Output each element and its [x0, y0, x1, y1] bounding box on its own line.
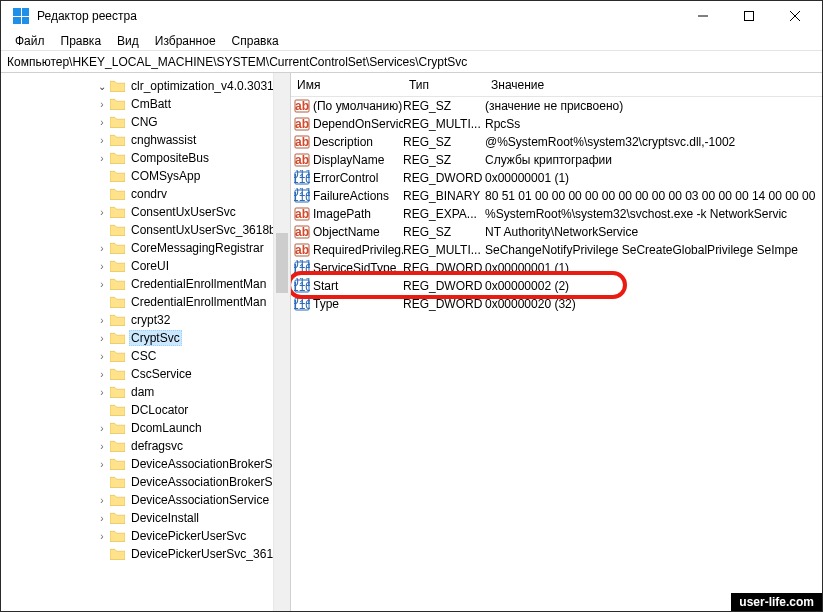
value-row[interactable]: abDisplayNameREG_SZСлужбы криптографии: [291, 151, 822, 169]
chevron-right-icon[interactable]: ›: [95, 261, 109, 272]
value-type: REG_BINARY: [403, 189, 485, 203]
chevron-right-icon[interactable]: ›: [95, 369, 109, 380]
maximize-button[interactable]: [726, 1, 772, 31]
chevron-right-icon[interactable]: ›: [95, 315, 109, 326]
app-icon: [13, 8, 29, 24]
chevron-right-icon[interactable]: ›: [95, 351, 109, 362]
col-type[interactable]: Тип: [403, 74, 485, 96]
tree-item[interactable]: ›cnghwassist: [1, 131, 290, 149]
menu-favorites[interactable]: Избранное: [147, 32, 224, 50]
value-row[interactable]: abRequiredPrivileg...REG_MULTI...SeChang…: [291, 241, 822, 259]
col-name[interactable]: Имя: [291, 74, 403, 96]
menu-view[interactable]: Вид: [109, 32, 147, 50]
tree-scrollbar[interactable]: [273, 73, 290, 611]
tree-item[interactable]: ⌄clr_optimization_v4.0.3031: [1, 77, 290, 95]
tree-item[interactable]: ›DevicePickerUserSvc: [1, 527, 290, 545]
chevron-right-icon[interactable]: ›: [95, 117, 109, 128]
chevron-right-icon[interactable]: ›: [95, 495, 109, 506]
svg-text:110: 110: [294, 280, 310, 294]
values-pane[interactable]: Имя Тип Значение ab(По умолчанию)REG_SZ(…: [291, 73, 822, 611]
chevron-down-icon[interactable]: ⌄: [95, 81, 109, 92]
tree-pane[interactable]: ⌄clr_optimization_v4.0.3031›CmBatt›CNG›c…: [1, 73, 291, 611]
folder-icon: [109, 205, 125, 219]
tree-item[interactable]: ›defragsvc: [1, 437, 290, 455]
tree-item[interactable]: ConsentUxUserSvc_3618b: [1, 221, 290, 239]
value-row[interactable]: ab(По умолчанию)REG_SZ(значение не присв…: [291, 97, 822, 115]
chevron-right-icon[interactable]: ›: [95, 135, 109, 146]
binary-icon: 011110: [294, 170, 310, 186]
tree-label: CryptSvc: [129, 330, 182, 346]
chevron-right-icon[interactable]: ›: [95, 459, 109, 470]
chevron-right-icon[interactable]: ›: [95, 153, 109, 164]
folder-icon: [109, 331, 125, 345]
value-data: %SystemRoot%\system32\svchost.exe -k Net…: [485, 207, 819, 221]
menu-file[interactable]: Файл: [7, 32, 53, 50]
folder-icon: [109, 277, 125, 291]
chevron-right-icon[interactable]: ›: [95, 531, 109, 542]
chevron-right-icon[interactable]: ›: [95, 387, 109, 398]
tree-label: defragsvc: [129, 439, 185, 453]
tree-item[interactable]: ›crypt32: [1, 311, 290, 329]
minimize-button[interactable]: [680, 1, 726, 31]
value-row[interactable]: 011110ServiceSidTypeREG_DWORD0x00000001 …: [291, 259, 822, 277]
tree-item[interactable]: condrv: [1, 185, 290, 203]
tree-item[interactable]: ›CSC: [1, 347, 290, 365]
chevron-right-icon[interactable]: ›: [95, 513, 109, 524]
tree-label: dam: [129, 385, 156, 399]
menu-help[interactable]: Справка: [224, 32, 287, 50]
tree-item[interactable]: ›CscService: [1, 365, 290, 383]
tree-item[interactable]: DevicePickerUserSvc_3618: [1, 545, 290, 563]
tree-item[interactable]: ›CoreMessagingRegistrar: [1, 239, 290, 257]
chevron-right-icon[interactable]: ›: [95, 333, 109, 344]
svg-text:ab: ab: [295, 207, 309, 221]
value-row[interactable]: 011110FailureActionsREG_BINARY80 51 01 0…: [291, 187, 822, 205]
tree-item[interactable]: COMSysApp: [1, 167, 290, 185]
chevron-right-icon[interactable]: ›: [95, 99, 109, 110]
folder-icon: [109, 151, 125, 165]
tree-item[interactable]: ›DcomLaunch: [1, 419, 290, 437]
value-row[interactable]: abImagePathREG_EXPA...%SystemRoot%\syste…: [291, 205, 822, 223]
chevron-right-icon[interactable]: ›: [95, 243, 109, 254]
tree-label: DevicePickerUserSvc_3618: [129, 547, 282, 561]
value-row[interactable]: 011110TypeREG_DWORD0x00000020 (32): [291, 295, 822, 313]
chevron-right-icon[interactable]: ›: [95, 207, 109, 218]
value-row[interactable]: 011110StartREG_DWORD0x00000002 (2): [291, 277, 822, 295]
value-row[interactable]: abDependOnServiceREG_MULTI...RpcSs: [291, 115, 822, 133]
window-title: Редактор реестра: [37, 9, 680, 23]
tree-item[interactable]: ›DeviceAssociationService: [1, 491, 290, 509]
tree-item[interactable]: ›CoreUI: [1, 257, 290, 275]
tree-item[interactable]: ›CNG: [1, 113, 290, 131]
value-row[interactable]: abObjectNameREG_SZNT Authority\NetworkSe…: [291, 223, 822, 241]
tree-item[interactable]: ›CredentialEnrollmentMan: [1, 275, 290, 293]
tree-label: DeviceInstall: [129, 511, 201, 525]
address-bar[interactable]: Компьютер\HKEY_LOCAL_MACHINE\SYSTEM\Curr…: [1, 51, 822, 73]
tree-item[interactable]: ›CryptSvc: [1, 329, 290, 347]
value-row[interactable]: 011110ErrorControlREG_DWORD0x00000001 (1…: [291, 169, 822, 187]
menu-edit[interactable]: Правка: [53, 32, 110, 50]
titlebar[interactable]: Редактор реестра: [1, 1, 822, 31]
list-header[interactable]: Имя Тип Значение: [291, 73, 822, 97]
tree-item[interactable]: CredentialEnrollmentMan: [1, 293, 290, 311]
tree-item[interactable]: ›DeviceInstall: [1, 509, 290, 527]
tree-item[interactable]: DCLocator: [1, 401, 290, 419]
tree-item[interactable]: ›ConsentUxUserSvc: [1, 203, 290, 221]
tree-label: crypt32: [129, 313, 172, 327]
col-value[interactable]: Значение: [485, 74, 822, 96]
chevron-right-icon[interactable]: ›: [95, 441, 109, 452]
string-icon: ab: [294, 98, 310, 114]
tree-item[interactable]: ›CmBatt: [1, 95, 290, 113]
tree-item[interactable]: ›dam: [1, 383, 290, 401]
tree-item[interactable]: ›CompositeBus: [1, 149, 290, 167]
chevron-right-icon[interactable]: ›: [95, 279, 109, 290]
tree-item[interactable]: ›DeviceAssociationBrokerS: [1, 455, 290, 473]
binary-icon: 011110: [294, 188, 310, 204]
binary-icon: 011110: [294, 278, 310, 294]
chevron-right-icon[interactable]: ›: [95, 423, 109, 434]
tree-item[interactable]: DeviceAssociationBrokerS: [1, 473, 290, 491]
close-button[interactable]: [772, 1, 818, 31]
binary-icon: 011110: [294, 296, 310, 312]
folder-icon: [109, 295, 125, 309]
value-row[interactable]: abDescriptionREG_SZ@%SystemRoot%\system3…: [291, 133, 822, 151]
value-name: FailureActions: [313, 189, 389, 203]
folder-icon: [109, 187, 125, 201]
